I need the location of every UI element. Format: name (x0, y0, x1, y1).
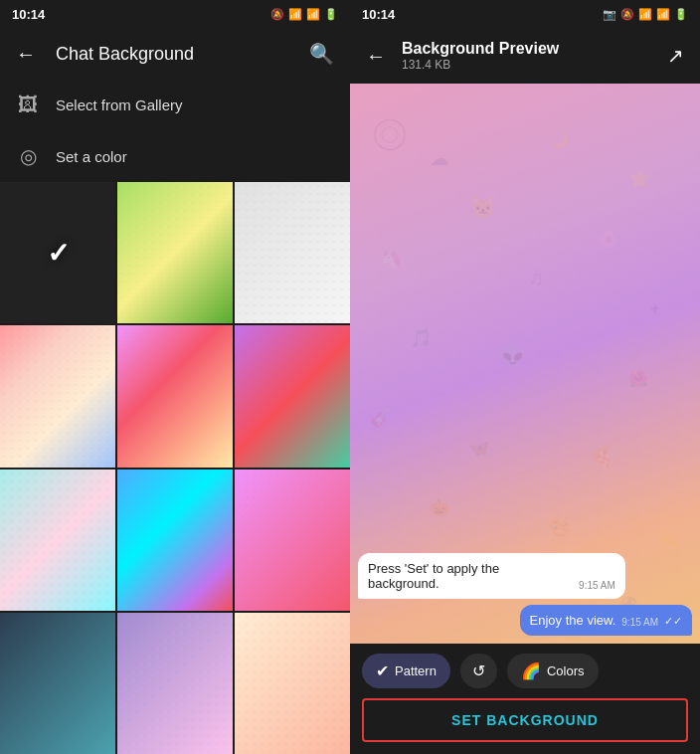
selected-checkmark: ✓ (47, 237, 70, 270)
doodle-overlay (117, 182, 233, 323)
bg-cell-dark[interactable]: ✓ (0, 182, 115, 323)
left-panel: 10:14 🔕 📶 📶 🔋 ← Chat Background 🔍 🖼 Sele… (0, 0, 350, 754)
bg-cell-purple-pink[interactable] (235, 325, 350, 467)
right-share-button[interactable]: ↗ (659, 36, 692, 76)
bg-cell-dark-teal[interactable] (0, 613, 115, 754)
bg-cell-green-teal[interactable] (0, 470, 115, 611)
doodle-overlay-5 (235, 325, 350, 467)
left-header: ← Chat Background 🔍 (0, 28, 350, 80)
reset-button[interactable]: ↺ (460, 654, 497, 688)
left-header-title: Chat Background (56, 44, 289, 65)
bg-cell-lavender[interactable] (117, 613, 233, 754)
right-wifi-icon: 📶 (638, 8, 652, 21)
right-status-icons: 📷 🔕 📶 📶 🔋 (603, 8, 688, 21)
bg-cell-peach[interactable] (235, 613, 350, 754)
bg-cell-pink-yellow[interactable] (0, 325, 115, 467)
gallery-icon: 🖼 (16, 94, 40, 116)
bg-cell-pink-red[interactable] (235, 470, 350, 611)
doodle-overlay-11 (235, 613, 350, 754)
right-header-info: Background Preview 131.4 KB (402, 40, 651, 72)
chat-messages: Press 'Set' to apply the background. 9:1… (350, 545, 700, 644)
color-label: Set a color (56, 148, 127, 165)
doodle-overlay-10 (117, 613, 233, 754)
incoming-time: 9:15 AM (579, 580, 615, 591)
bg-cell-blue-purple[interactable] (117, 470, 233, 611)
left-back-button[interactable]: ← (8, 35, 44, 74)
message-outgoing: Enjoy the view. 9:15 AM ✓✓ (520, 605, 692, 636)
right-panel: 10:14 📷 🔕 📶 📶 🔋 ← Background Preview 131… (350, 0, 700, 754)
left-search-button[interactable]: 🔍 (301, 34, 342, 74)
message-tick: ✓✓ (664, 615, 682, 628)
battery-icon: 🔋 (324, 8, 338, 21)
bottom-controls: ✔ Pattern ↺ 🌈 Colors (350, 644, 700, 698)
bg-cell-light-gray[interactable] (235, 182, 350, 323)
right-signal-icon: 📶 (656, 8, 670, 21)
doodle-overlay-4 (117, 325, 233, 467)
right-battery-icon: 🔋 (674, 8, 688, 21)
signal-icon: 📶 (306, 8, 320, 21)
message-incoming: Press 'Set' to apply the background. 9:1… (358, 553, 625, 599)
backgrounds-grid: ✓ (0, 182, 350, 754)
pattern-label: Pattern (395, 663, 437, 678)
right-header: ← Background Preview 131.4 KB ↗ (350, 28, 700, 84)
colors-icon: 🌈 (521, 661, 541, 680)
doodle-overlay-8 (235, 470, 350, 611)
incoming-text: Press 'Set' to apply the background. (368, 561, 573, 591)
preview-area: ☁ 🌙 ⭐ 🐱 🌸 🦄 ♫ ✦ 🎵 👽 🌺 🎸 🦋 🍕 🎃 🎨 💫 🌊 🎭 (350, 84, 700, 644)
doodle-overlay-2 (235, 182, 350, 323)
color-menu-item[interactable]: ◎ Set a color (0, 130, 350, 182)
pattern-button[interactable]: ✔ Pattern (362, 654, 450, 688)
bg-cell-green-yellow[interactable] (117, 182, 233, 323)
right-status-bar: 10:14 📷 🔕 📶 📶 🔋 (350, 0, 700, 28)
colors-label: Colors (547, 663, 585, 678)
colors-button[interactable]: 🌈 Colors (507, 654, 599, 688)
doodle-overlay-9 (0, 613, 115, 754)
right-header-title: Background Preview (402, 40, 651, 58)
right-header-sub: 131.4 KB (402, 58, 651, 72)
gallery-label: Select from Gallery (56, 96, 183, 113)
reset-icon: ↺ (472, 661, 485, 680)
set-background-button[interactable]: SET BACKGROUND (362, 698, 688, 742)
left-status-icons: 🔕 📶 📶 🔋 (270, 8, 338, 21)
doodle-overlay-7 (117, 470, 233, 611)
doodle-overlay-3 (0, 325, 115, 467)
bg-cell-rainbow1[interactable] (117, 325, 233, 467)
outgoing-time: 9:15 AM (621, 617, 658, 628)
set-background-bar: SET BACKGROUND (350, 698, 700, 754)
left-status-time: 10:14 (12, 7, 45, 22)
mute-icon: 🔕 (270, 8, 284, 21)
gallery-menu-item[interactable]: 🖼 Select from Gallery (0, 80, 350, 130)
color-icon: ◎ (16, 144, 40, 168)
left-status-bar: 10:14 🔕 📶 📶 🔋 (0, 0, 350, 28)
right-camera-icon: 📷 (603, 8, 616, 21)
right-status-time: 10:14 (362, 7, 395, 22)
right-mute-icon: 🔕 (620, 8, 634, 21)
pattern-check-icon: ✔ (376, 661, 389, 680)
doodle-overlay-6 (0, 470, 115, 611)
wifi-icon: 📶 (288, 8, 302, 21)
right-back-button[interactable]: ← (358, 37, 394, 76)
outgoing-text: Enjoy the view. (530, 613, 616, 628)
